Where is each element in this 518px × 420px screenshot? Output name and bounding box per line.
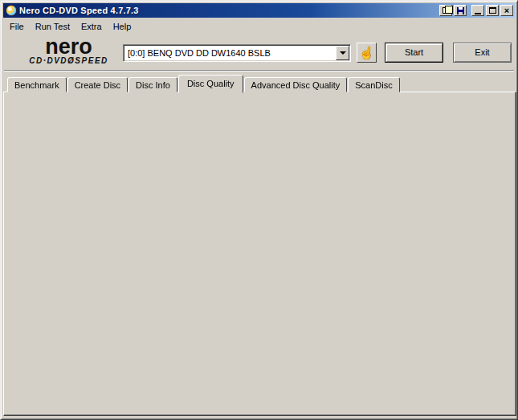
chevron-down-icon [340,51,346,55]
menu-help[interactable]: Help [108,20,137,33]
menu-file[interactable]: File [4,20,30,33]
copy-icon [443,7,449,14]
window-title: Nero CD-DVD Speed 4.7.7.3 [19,6,438,15]
drive-select-arrow[interactable] [336,46,349,60]
drive-select[interactable]: [0:0] BENQ DVD DD DW1640 BSLB [123,44,351,62]
drive-select-value: [0:0] BENQ DVD DD DW1640 BSLB [124,48,335,58]
tab-create-disc[interactable]: Create Disc [67,77,128,92]
app-window: Nero CD-DVD Speed 4.7.7.3 × File Run Tes… [0,0,518,420]
tab-scandisc[interactable]: ScanDisc [348,77,399,92]
nero-logo: nero CD·DVDØSPEED [10,37,127,65]
minimize-icon [475,13,481,14]
maximize-icon [489,7,496,14]
close-icon: × [504,6,509,14]
menu-run-test[interactable]: Run Test [30,20,75,33]
tab-disc-quality[interactable]: Disc Quality [178,75,243,93]
tab-advanced-disc-quality[interactable]: Advanced Disc Quality [244,77,348,92]
exit-button[interactable]: Exit [453,43,512,63]
app-icon [6,5,17,16]
tab-page [3,92,516,416]
tab-disc-info[interactable]: Disc Info [128,77,177,92]
toolbar-separator [4,70,514,71]
close-button[interactable]: × [500,5,513,16]
menu-bar: File Run Test Extra Help [4,19,514,34]
tab-benchmark[interactable]: Benchmark [7,77,67,92]
title-bar: Nero CD-DVD Speed 4.7.7.3 × [3,3,515,18]
floppy-icon [457,7,464,14]
minimize-button[interactable] [471,5,484,16]
copy-to-clipboard-button[interactable] [439,5,452,16]
tab-strip: Benchmark Create Disc Disc Info Disc Qua… [7,74,401,92]
eject-button[interactable]: ☝ [357,43,377,63]
menu-extra[interactable]: Extra [75,20,108,33]
hand-icon: ☝ [359,46,374,59]
maximize-button[interactable] [486,5,499,16]
start-button[interactable]: Start [385,43,443,63]
save-button[interactable] [454,5,467,16]
